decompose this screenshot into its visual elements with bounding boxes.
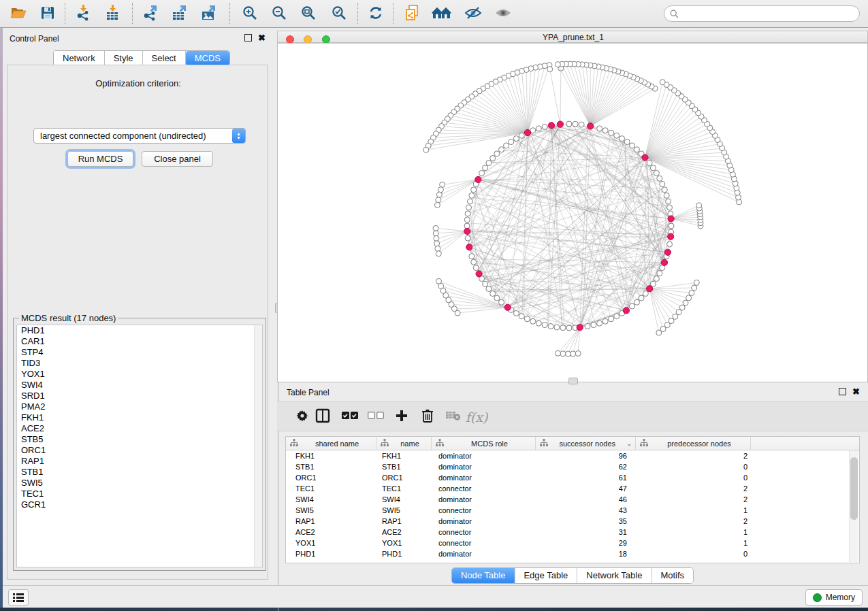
show-all-button[interactable] bbox=[493, 4, 513, 24]
import-network-icon bbox=[75, 4, 91, 24]
select-stepper-icon: ▲▼ bbox=[232, 129, 245, 143]
first-neighbors-button[interactable] bbox=[432, 4, 452, 24]
add-column-button[interactable] bbox=[391, 407, 412, 427]
cell-successor-nodes: 96 bbox=[536, 450, 636, 461]
mcds-result-node[interactable]: ACE2 bbox=[17, 423, 262, 434]
float-table-panel-icon[interactable] bbox=[839, 388, 846, 395]
task-history-button[interactable] bbox=[8, 589, 29, 606]
save-session-button[interactable] bbox=[37, 4, 58, 24]
table-row[interactable]: RAP1RAP1dominator352 bbox=[286, 516, 859, 527]
mcds-result-node[interactable]: FKH1 bbox=[17, 412, 262, 423]
mcds-result-node[interactable]: TID3 bbox=[17, 358, 262, 369]
zoom-out-icon bbox=[271, 5, 287, 24]
mcds-result-node[interactable]: SRD1 bbox=[17, 391, 262, 401]
import-network-button[interactable] bbox=[73, 4, 93, 24]
cell-name: TEC1 bbox=[376, 483, 432, 494]
mcds-result-node[interactable]: STB1 bbox=[17, 467, 262, 478]
zoom-in-button[interactable] bbox=[240, 4, 260, 24]
delete-column-button[interactable] bbox=[417, 407, 438, 427]
run-mcds-button[interactable]: Run MCDS bbox=[67, 151, 133, 167]
table-settings-gear-button[interactable] bbox=[292, 407, 312, 427]
mcds-result-node[interactable]: GCR1 bbox=[17, 499, 262, 510]
close-table-panel-icon[interactable]: ✖ bbox=[852, 389, 860, 395]
tab-network-table[interactable]: Network Table bbox=[577, 568, 652, 583]
mcds-result-node[interactable]: SWI5 bbox=[17, 478, 262, 489]
export-network-button[interactable] bbox=[140, 4, 161, 24]
export-image-button[interactable] bbox=[199, 4, 219, 24]
mcds-result-node[interactable]: STP4 bbox=[17, 347, 262, 358]
mcds-result-node[interactable]: PMA2 bbox=[17, 401, 262, 412]
zoom-fit-button[interactable] bbox=[298, 4, 319, 24]
table-row[interactable]: FKH1FKH1dominator962 bbox=[286, 450, 859, 461]
deselect-all-rows-button[interactable] bbox=[366, 407, 386, 427]
mcds-result-node[interactable]: SWI4 bbox=[17, 380, 262, 391]
column-header-MCDS-role[interactable]: MCDS role bbox=[432, 437, 536, 450]
close-panel-button[interactable]: Close panel bbox=[142, 151, 213, 167]
mcds-result-node[interactable]: ORC1 bbox=[17, 445, 262, 456]
mcds-result-node[interactable]: STB5 bbox=[17, 434, 262, 445]
export-table-button[interactable] bbox=[170, 4, 190, 24]
hide-selected-icon bbox=[464, 5, 482, 23]
table-scrollbar[interactable] bbox=[849, 450, 858, 562]
search-input[interactable] bbox=[682, 8, 854, 19]
table-row[interactable]: TEC1TEC1connector472 bbox=[286, 483, 859, 494]
column-visibility-button[interactable] bbox=[312, 407, 333, 427]
table-scrollbar-thumb[interactable] bbox=[850, 457, 858, 520]
criterion-select[interactable]: largest connected component (undirected)… bbox=[33, 128, 246, 144]
table-row[interactable]: STB1STB1dominator620 bbox=[286, 461, 859, 472]
result-list-scrollbar[interactable] bbox=[254, 325, 262, 567]
mcds-result-node[interactable]: YOX1 bbox=[17, 369, 262, 380]
tab-select[interactable]: Select bbox=[143, 51, 186, 65]
column-header-name[interactable]: name bbox=[376, 437, 432, 450]
search-box[interactable] bbox=[664, 5, 860, 22]
table-row[interactable]: SWI4SWI4dominator462 bbox=[286, 494, 859, 505]
tab-mcds[interactable]: MCDS bbox=[186, 51, 229, 65]
table-row[interactable]: YOX1YOX1connector291 bbox=[286, 538, 859, 548]
select-all-rows-button[interactable] bbox=[340, 407, 360, 427]
column-header-predecessor-nodes[interactable]: predecessor nodes bbox=[636, 437, 751, 450]
attribute-icon bbox=[436, 439, 444, 448]
tab-motifs[interactable]: Motifs bbox=[652, 568, 693, 583]
mcds-result-node[interactable]: RAP1 bbox=[17, 456, 262, 467]
table-row[interactable]: PHD1PHD1dominator180 bbox=[286, 548, 859, 559]
tab-network[interactable]: Network bbox=[54, 51, 105, 65]
cell-name: STB1 bbox=[376, 461, 432, 472]
tab-node-table[interactable]: Node Table bbox=[452, 568, 515, 583]
cell-successor-nodes: 18 bbox=[536, 548, 636, 559]
desktop-wallpaper-bottom bbox=[0, 608, 868, 611]
table-row[interactable]: ORC1ORC1dominator610 bbox=[286, 472, 859, 483]
table-type-tabs: Node TableEdge TableNetwork TableMotifs bbox=[451, 567, 694, 584]
search-icon bbox=[670, 10, 679, 18]
close-panel-icon[interactable]: ✖ bbox=[258, 35, 266, 41]
mcds-result-node[interactable]: TEC1 bbox=[17, 489, 262, 499]
table-row[interactable]: ACE2ACE2connector311 bbox=[286, 527, 859, 538]
column-header-successor-nodes[interactable]: successor nodes⌄ bbox=[536, 437, 636, 450]
table-row[interactable]: SWI5SWI5connector431 bbox=[286, 505, 859, 516]
refresh-layout-button[interactable] bbox=[366, 4, 386, 24]
column-label: MCDS role bbox=[444, 440, 535, 448]
duplicate-network-button[interactable] bbox=[402, 4, 422, 24]
column-header-shared-name[interactable]: shared name bbox=[286, 437, 376, 450]
optimization-criterion-label: Optimization criterion: bbox=[7, 78, 269, 88]
cell-shared-name: SWI5 bbox=[286, 505, 376, 516]
zoom-out-button[interactable] bbox=[269, 4, 289, 24]
hide-selected-button[interactable] bbox=[463, 4, 483, 24]
tab-style[interactable]: Style bbox=[105, 51, 143, 65]
mcds-result-list[interactable]: PHD1CAR1STP4TID3YOX1SWI4SRD1PMA2FKH1ACE2… bbox=[16, 325, 263, 567]
network-canvas[interactable] bbox=[277, 43, 868, 382]
memory-button[interactable]: Memory bbox=[805, 589, 863, 606]
cell-shared-name: FKH1 bbox=[286, 450, 376, 461]
import-table-button[interactable] bbox=[102, 4, 123, 24]
node-table[interactable]: shared namenameMCDS rolesuccessor nodes⌄… bbox=[285, 436, 860, 563]
table-settings-gear-icon bbox=[295, 409, 309, 425]
network-graph bbox=[278, 44, 867, 382]
zoom-selected-button[interactable] bbox=[329, 4, 349, 24]
node-table-header[interactable]: shared namenameMCDS rolesuccessor nodes⌄… bbox=[286, 437, 859, 450]
tab-edge-table[interactable]: Edge Table bbox=[515, 568, 577, 583]
network-titlebar[interactable]: YPA_prune.txt_1 bbox=[277, 31, 868, 43]
mcds-result-node[interactable]: CAR1 bbox=[17, 336, 262, 347]
float-panel-icon[interactable] bbox=[244, 34, 252, 42]
open-file-button[interactable] bbox=[8, 4, 29, 24]
mcds-result-node[interactable]: PHD1 bbox=[17, 325, 262, 336]
cell-shared-name: TEC1 bbox=[286, 483, 376, 494]
